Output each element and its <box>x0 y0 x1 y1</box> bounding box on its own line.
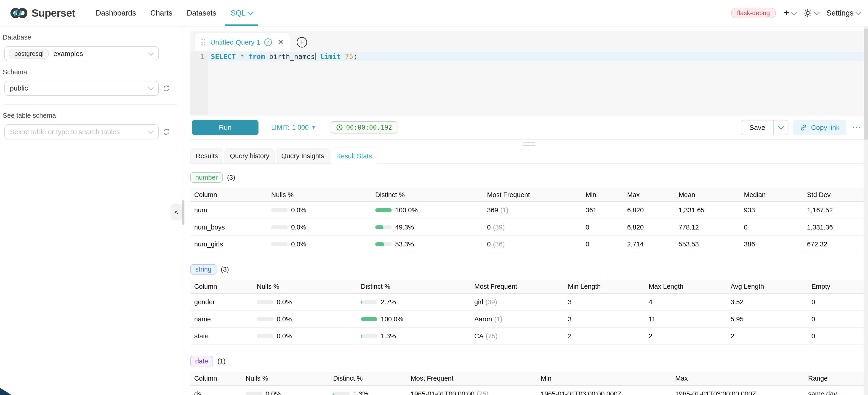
distinct-bar-fill <box>361 300 362 304</box>
refresh-icon <box>163 85 170 92</box>
schema-value: public <box>10 84 28 92</box>
header-cell: Mean <box>679 191 744 199</box>
settings-menu[interactable]: Settings <box>827 9 860 18</box>
nulls-cell: 0.0% <box>271 223 375 231</box>
distinct-bar-fill <box>333 392 334 395</box>
limit-value: 1 000 <box>292 124 309 131</box>
stat-value-cell: 386 <box>744 241 807 248</box>
most-frequent-count: (1) <box>500 206 508 214</box>
panel-resize-grip[interactable] <box>182 200 184 225</box>
superset-logo[interactable]: Superset <box>10 6 75 20</box>
brand-name: Superset <box>32 7 75 19</box>
sql-editor[interactable]: 1 SELECT * from birth_names limit 75; <box>190 52 868 115</box>
nav-item-dashboards[interactable]: Dashboards <box>88 0 143 26</box>
drag-handle-icon[interactable] <box>202 39 205 45</box>
header-cell: Most Frequent <box>411 375 541 382</box>
stat-value-cell: 0 <box>811 315 864 323</box>
query-tabstrip: Untitled Query 1 ✓ ✕ + <box>190 31 868 52</box>
query-editor-tab[interactable]: Untitled Query 1 ✓ ✕ <box>195 33 290 52</box>
chevron-down-icon <box>148 50 154 56</box>
nulls-bar <box>271 225 288 229</box>
stat-value-cell: same day <box>808 390 864 395</box>
stat-value-cell: 3 <box>568 298 649 306</box>
column-name: gender <box>190 298 257 306</box>
most-frequent-value: 0 <box>487 223 491 231</box>
query-success-check-icon: ✓ <box>264 38 272 46</box>
stat-value-cell: 6,820 <box>627 206 679 214</box>
pane-resize-handle[interactable] <box>523 142 535 146</box>
table-select[interactable]: Select table or type to search tables <box>4 124 159 139</box>
stat-value-cell: 0 <box>811 298 864 306</box>
distinct-cell: 2.7% <box>361 298 474 306</box>
distinct-cell: 53.3% <box>375 241 487 248</box>
stat-value-cell: 1,167.52 <box>807 206 864 214</box>
limit-dropdown[interactable]: LIMIT: 1 000 ▼ <box>271 124 316 131</box>
header-cell: Std Dev <box>807 191 864 199</box>
limit-label: LIMIT: <box>271 124 289 131</box>
nulls-bar <box>271 208 288 212</box>
nav-item-charts[interactable]: Charts <box>143 0 180 26</box>
stats-sections: number(3)ColumnNulls %Distinct %Most Fre… <box>190 164 868 395</box>
stat-value-cell: 0 <box>811 332 864 340</box>
stats-table-header: ColumnNulls %Distinct %Most FrequentMin … <box>190 280 864 294</box>
most-frequent-count: (36) <box>493 241 505 248</box>
refresh-tables-button[interactable] <box>163 128 170 135</box>
most-frequent-count: (39) <box>486 298 497 306</box>
theme-toggle-button[interactable] <box>804 9 818 17</box>
distinct-cell: 100.0% <box>361 315 474 323</box>
nulls-cell: 0.0% <box>257 315 361 323</box>
stat-value-cell: 1,331.65 <box>679 206 744 214</box>
tab-query-history[interactable]: Query history <box>224 148 275 163</box>
page-scrollbar[interactable] <box>864 26 868 395</box>
copy-link-button[interactable]: Copy link <box>793 120 846 135</box>
close-tab-icon[interactable]: ✕ <box>277 38 284 47</box>
tab-query-insights[interactable]: Query Insights <box>276 148 330 163</box>
distinct-bar <box>333 392 350 395</box>
type-badge-row: string(3) <box>190 264 864 275</box>
most-frequent-value: 0 <box>487 241 491 248</box>
database-select[interactable]: postgresql examples <box>4 46 159 61</box>
nulls-cell: 0.0% <box>246 390 333 395</box>
header-cell: Column <box>190 283 257 290</box>
most-frequent-cell: 0(36) <box>487 241 586 248</box>
nulls-cell: 0.0% <box>271 206 375 214</box>
new-query-tab-button[interactable]: + <box>297 37 307 48</box>
editor-toolbar: Run LIMIT: 1 000 ▼ 00:00:00.192 <box>190 115 868 140</box>
nulls-percent: 0.0% <box>266 390 281 395</box>
database-engine-tag: postgresql <box>9 49 49 59</box>
stat-value-cell: 11 <box>649 315 731 323</box>
chevron-left-icon: < <box>175 209 178 216</box>
editor-code-area[interactable]: SELECT * from birth_names limit 75; <box>208 52 868 115</box>
header-cell: Distinct % <box>361 283 474 290</box>
scrollbar-thumb[interactable] <box>864 28 868 140</box>
collapse-sidebar-button[interactable]: < <box>170 204 182 220</box>
stats-table-header: ColumnNulls %Distinct %Most FrequentMinM… <box>190 372 864 386</box>
chevron-down-icon <box>778 124 784 130</box>
most-frequent-count: (1) <box>494 315 502 323</box>
stat-value-cell: 361 <box>586 206 627 214</box>
distinct-bar-fill <box>375 242 384 246</box>
copy-link-label: Copy link <box>811 124 839 131</box>
nav-item-datasets[interactable]: Datasets <box>180 0 223 26</box>
tab-results[interactable]: Results <box>190 148 223 163</box>
more-actions-button[interactable]: ··· <box>852 123 862 132</box>
tab-result-stats[interactable]: Result Stats <box>331 148 377 164</box>
sql-token: from <box>248 52 265 61</box>
distinct-bar-fill <box>375 208 392 212</box>
most-frequent-value: Aaron <box>474 315 492 323</box>
type-badge-date: date <box>190 356 213 366</box>
stat-value-cell: 2 <box>568 332 649 340</box>
save-button[interactable]: Save <box>741 120 774 135</box>
stat-value-cell: 1965-01-01T03:00:00.000Z <box>675 390 808 395</box>
header-cell: Max <box>627 191 679 199</box>
nav-item-sql[interactable]: SQL <box>223 0 259 26</box>
run-button[interactable]: Run <box>192 120 258 135</box>
most-frequent-value: girl <box>474 298 483 306</box>
schema-select[interactable]: public <box>4 81 159 96</box>
refresh-schemas-button[interactable] <box>163 85 170 92</box>
clock-icon <box>336 124 343 131</box>
new-item-button[interactable]: + <box>784 8 796 18</box>
header-cell: Max Length <box>649 283 731 290</box>
distinct-bar-fill <box>361 334 362 338</box>
save-options-button[interactable] <box>773 120 788 135</box>
